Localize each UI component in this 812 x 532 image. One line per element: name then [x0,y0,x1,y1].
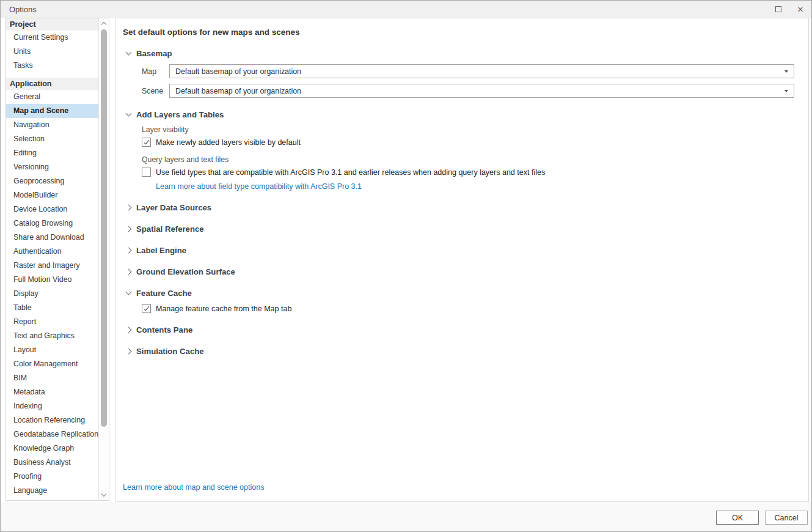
section-title: Simulation Cache [136,347,204,356]
section-body-feature-cache: Manage feature cache from the Map tab [142,304,808,313]
scroll-up-button[interactable] [99,18,109,28]
sidebar-item-metadata[interactable]: Metadata [6,385,98,399]
sidebar-item-table[interactable]: Table [6,301,98,315]
section-feature-cache: Feature CacheManage feature cache from t… [123,288,808,313]
window-title: Options [9,5,37,14]
sidebar-item-modelbuilder[interactable]: ModelBuilder [6,188,98,202]
sidebar-item-tasks[interactable]: Tasks [6,59,98,73]
sidebar: ProjectCurrent SettingsUnitsTasksApplica… [5,18,109,501]
sidebar-scrollbar[interactable] [98,18,109,500]
manage-feature-cache-label: Manage feature cache from the Map tab [156,305,291,313]
section-spatial-reference: Spatial Reference [123,224,808,234]
sidebar-item-device-location[interactable]: Device Location [6,202,98,216]
section-body-basemap: MapDefault basemap of your organizationS… [142,64,808,98]
sidebar-item-proofing[interactable]: Proofing [6,470,98,484]
sidebar-item-geodatabase-replication[interactable]: Geodatabase Replication [6,427,98,441]
section-basemap: BasemapMapDefault basemap of your organi… [123,48,808,98]
titlebar: Options ✕ [1,1,811,18]
sidebar-item-raster-and-imagery[interactable]: Raster and Imagery [6,259,98,273]
section-title: Add Layers and Tables [136,110,224,119]
sidebar-item-location-referencing[interactable]: Location Referencing [6,413,98,427]
maximize-icon [775,6,781,12]
use-compatible-field-types-label: Use field types that are compatible with… [156,168,545,177]
sidebar-item-display[interactable]: Display [6,287,98,301]
map-basemap-label: Map [142,67,169,76]
sidebar-item-knowledge-graph[interactable]: Knowledge Graph [6,441,98,456]
sidebar-item-catalog-browsing[interactable]: Catalog Browsing [6,216,98,231]
chevron-down-icon [101,492,106,497]
field-type-compatibility-link[interactable]: Learn more about field type compatibilit… [156,182,808,191]
section-header-add-layers-and-tables[interactable]: Add Layers and Tables [123,109,808,119]
section-header-basemap[interactable]: Basemap [123,48,808,58]
scene-basemap-dropdown[interactable]: Default basemap of your organization [169,84,794,98]
sidebar-item-report[interactable]: Report [6,315,98,329]
close-icon: ✕ [797,6,804,13]
section-header-feature-cache[interactable]: Feature Cache [123,288,808,298]
sidebar-item-navigation[interactable]: Navigation [6,118,98,132]
group-label-query-layers-and-text-files: Query layers and text files [142,155,808,164]
sidebar-group-header-project[interactable]: Project [6,18,98,31]
sidebar-item-map-and-scene[interactable]: Map and Scene [6,104,98,118]
section-ground-elevation-surface: Ground Elevation Surface [123,267,808,276]
sidebar-item-full-motion-video[interactable]: Full Motion Video [6,273,98,287]
section-header-layer-data-sources[interactable]: Layer Data Sources [123,202,808,212]
use-compatible-field-types-checkbox[interactable] [142,168,151,177]
section-header-ground-elevation-surface[interactable]: Ground Elevation Surface [123,267,808,276]
section-title: Layer Data Sources [136,203,211,212]
section-header-label-engine[interactable]: Label Engine [123,245,808,255]
sidebar-item-authentication[interactable]: Authentication [6,245,98,259]
make-newly-added-layers-visible-checkbox[interactable] [142,138,151,147]
section-header-contents-pane[interactable]: Contents Pane [123,325,808,334]
sidebar-item-business-analyst[interactable]: Business Analyst [6,456,98,470]
check-icon [144,138,149,144]
sidebar-group-header-application[interactable]: Application [6,78,98,90]
sidebar-item-general[interactable]: General [6,90,98,104]
scene-basemap-value: Default basemap of your organization [175,87,785,95]
close-button[interactable]: ✕ [789,1,811,18]
section-label-engine: Label Engine [123,245,808,255]
sidebar-item-selection[interactable]: Selection [6,132,98,146]
section-title: Label Engine [136,246,186,255]
check-icon [144,305,149,310]
sidebar-item-versioning[interactable]: Versioning [6,160,98,174]
scrollbar-thumb[interactable] [101,29,107,427]
map-basemap-dropdown[interactable]: Default basemap of your organization [169,64,794,78]
section-add-layers-and-tables: Add Layers and TablesLayer visibilityMak… [123,109,808,191]
chevron-right-icon [126,348,132,354]
section-title: Contents Pane [136,325,192,334]
sidebar-item-editing[interactable]: Editing [6,146,98,160]
scroll-down-button[interactable] [99,490,109,500]
sidebar-item-geoprocessing[interactable]: Geoprocessing [6,174,98,188]
section-body-add-layers-and-tables: Layer visibilityMake newly added layers … [142,125,808,191]
learn-more-map-scene-link[interactable]: Learn more about map and scene options [123,483,808,492]
sidebar-item-share-and-download[interactable]: Share and Download [6,231,98,245]
maximize-button[interactable] [767,1,789,18]
section-header-simulation-cache[interactable]: Simulation Cache [123,346,808,356]
section-header-spatial-reference[interactable]: Spatial Reference [123,224,808,234]
section-title: Spatial Reference [136,224,204,234]
options-dialog: Options ✕ ProjectCurrent SettingsUnitsTa… [0,0,812,532]
sidebar-item-text-and-graphics[interactable]: Text and Graphics [6,329,98,343]
sidebar-item-bim[interactable]: BIM [6,371,98,385]
chevron-right-icon [126,247,132,253]
manage-feature-cache-checkbox-row: Manage feature cache from the Map tab [142,304,808,313]
sidebar-item-units[interactable]: Units [6,45,98,59]
chevron-down-icon [126,289,132,295]
sidebar-group-gap [6,73,98,78]
section-contents-pane: Contents Pane [123,325,808,334]
section-title: Basemap [136,49,172,58]
sidebar-item-current-settings[interactable]: Current Settings [6,31,98,45]
scene-basemap-label: Scene [142,87,169,95]
titlebar-buttons: ✕ [767,1,811,18]
ok-button[interactable]: OK [716,511,759,525]
dropdown-arrow-icon [785,70,788,73]
section-title: Ground Elevation Surface [136,267,235,276]
map-basemap-row: MapDefault basemap of your organization [142,64,794,78]
sidebar-item-indexing[interactable]: Indexing [6,399,98,413]
manage-feature-cache-checkbox[interactable] [142,304,151,313]
sidebar-item-language[interactable]: Language [6,484,98,498]
sidebar-item-partially-hidden[interactable] [6,498,98,500]
cancel-button[interactable]: Cancel [765,511,808,525]
sidebar-item-color-management[interactable]: Color Management [6,357,98,371]
sidebar-item-layout[interactable]: Layout [6,343,98,357]
